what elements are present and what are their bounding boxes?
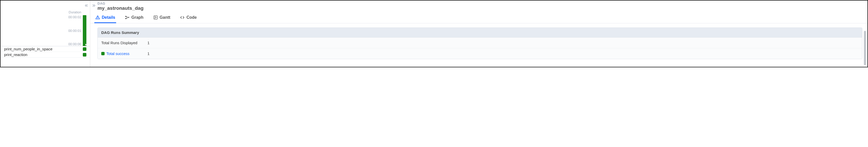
summary-panel: DAG Runs Summary Total Runs Displayed 1 … [97,27,862,59]
details-icon [95,15,100,20]
tab-label: Gantt [160,15,170,20]
summary-value: 1 [147,41,150,45]
tab-code[interactable]: Code [179,14,198,23]
breadcrumb: DAG [97,2,144,5]
task-status-square [83,53,86,56]
tab-label: Details [102,15,115,20]
summary-title: DAG Runs Summary [98,28,862,38]
duration-label: Duration [1,1,90,15]
collapse-sidebar-icon[interactable]: « [85,2,88,9]
main-panel: » DAG my_astronauts_dag Details Graph [90,1,867,67]
task-status-square [83,47,86,51]
tab-label: Code [186,15,197,20]
duration-tick: 00:00:00 [68,42,81,46]
header: » DAG my_astronauts_dag [90,1,867,11]
summary-key-link[interactable]: Total success [106,51,129,56]
graph-icon [125,15,129,20]
duration-ticks: 00:00:02 00:00:01 00:00:00 [68,15,81,46]
summary-value: 1 [147,51,150,56]
play-arrow-icon [85,44,87,46]
task-list: print_num_people_in_space print_reaction [1,46,90,57]
tab-label: Graph [131,15,143,20]
task-name: print_reaction [4,52,27,57]
duration-bar[interactable] [83,15,87,46]
task-row[interactable]: print_num_people_in_space [1,46,90,52]
duration-chart: 00:00:02 00:00:01 00:00:00 [1,15,90,46]
tabs: Details Graph Gantt Code [90,11,867,23]
expand-sidebar-icon[interactable]: » [92,2,95,9]
status-square-icon [101,52,104,55]
dag-title: my_astronauts_dag [97,5,144,11]
svg-rect-5 [128,17,129,18]
task-name: print_num_people_in_space [4,47,52,51]
tab-gantt[interactable]: Gantt [152,14,172,23]
summary-row: Total Runs Displayed 1 [98,38,862,48]
task-row[interactable]: print_reaction [1,52,90,57]
content: DAG Runs Summary Total Runs Displayed 1 … [90,23,867,67]
tab-graph[interactable]: Graph [124,14,144,23]
duration-tick: 00:00:02 [68,15,81,19]
code-icon [180,15,185,20]
gantt-icon [153,15,158,20]
svg-rect-3 [125,16,126,17]
summary-row: Total success 1 [98,48,862,59]
summary-key: Total Runs Displayed [101,41,147,45]
sidebar: « Duration 00:00:02 00:00:01 00:00:00 pr… [1,1,90,67]
svg-rect-4 [125,18,126,19]
tab-details[interactable]: Details [94,14,116,23]
duration-tick: 00:00:01 [68,29,81,33]
svg-point-2 [98,18,98,19]
scrollbar[interactable] [864,31,866,65]
